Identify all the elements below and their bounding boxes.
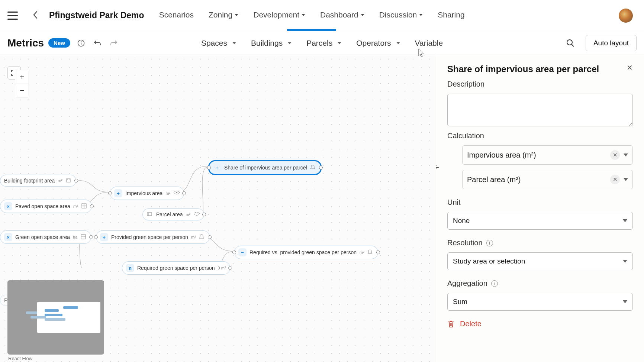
delete-button[interactable]: Delete	[447, 320, 633, 328]
zoom-in-button[interactable]: +	[15, 70, 29, 84]
resolution-select[interactable]: Study area or selection	[447, 252, 633, 270]
node-label: Building footprint area	[4, 178, 55, 184]
tool-variable-label: Variable	[415, 39, 443, 48]
caret-down-icon	[302, 14, 305, 16]
resolution-label-text: Resolution	[447, 239, 483, 247]
node-label: Impervious area	[125, 190, 162, 196]
nav-discussion[interactable]: Discussion	[379, 10, 423, 21]
tool-operators[interactable]: Operators	[356, 39, 400, 48]
parcel-icon	[146, 211, 153, 218]
node-unit: 9 m²	[218, 266, 226, 270]
react-flow-attribution: React Flow	[8, 356, 32, 361]
nav-sharing-label: Sharing	[438, 10, 464, 19]
aggregation-value: Sum	[453, 298, 467, 306]
calc-operand-a[interactable]: Impervious area (m²) ✕	[462, 145, 633, 165]
grid-icon	[81, 203, 88, 210]
info-icon[interactable]: i	[491, 280, 498, 287]
node-impervious-area[interactable]: + Impervious area m²	[110, 187, 184, 200]
node-paved-open-space[interactable]: × Paved open space area m²	[0, 200, 92, 213]
tool-variable[interactable]: Variable	[415, 39, 443, 48]
tool-parcels[interactable]: Parcels	[306, 39, 341, 48]
chevron-down-icon	[396, 42, 400, 44]
op-icon: ÷	[213, 164, 221, 172]
chevron-down-icon	[623, 219, 627, 222]
nav-scenarios[interactable]: Scenarios	[159, 10, 194, 21]
op-icon: +	[114, 189, 122, 197]
chevron-down-icon[interactable]	[624, 153, 628, 156]
building-icon	[65, 177, 72, 184]
remove-operand-button[interactable]: ✕	[610, 150, 620, 160]
node-label: Share of impervious area per parcel	[224, 165, 307, 171]
node-label: Required green space per person	[137, 265, 215, 271]
info-icon[interactable]: i	[486, 240, 493, 246]
remove-operand-button[interactable]: ✕	[610, 175, 620, 184]
node-green-open-space[interactable]: × Green open space area ha	[0, 230, 91, 244]
new-badge: New	[48, 38, 70, 48]
svg-rect-12	[147, 213, 152, 216]
node-unit: m²	[186, 212, 191, 217]
description-input[interactable]	[447, 94, 633, 126]
svg-rect-6	[67, 180, 68, 180]
unit-select[interactable]: None	[447, 212, 633, 230]
panel-title: Share of impervious area per parcel	[447, 63, 599, 75]
svg-rect-7	[69, 180, 70, 180]
hamburger-menu-icon[interactable]	[7, 12, 18, 20]
nav-sharing[interactable]: Sharing	[438, 10, 464, 21]
delete-label: Delete	[460, 320, 482, 328]
trash-icon	[447, 320, 455, 328]
tool-buildings-label: Buildings	[251, 39, 283, 48]
grid-icon	[80, 234, 87, 240]
chevron-down-icon	[623, 300, 627, 303]
user-avatar[interactable]	[619, 9, 633, 23]
tool-spaces-label: Spaces	[201, 39, 227, 48]
node-parcel-area[interactable]: Parcel area m²	[142, 209, 204, 220]
caret-down-icon	[235, 14, 238, 16]
node-provided-green[interactable]: ÷ Provided green space per person m²	[96, 230, 210, 244]
eye-off-icon	[193, 211, 200, 218]
svg-point-3	[567, 40, 572, 45]
op-icon: ÷	[100, 233, 108, 241]
unit-value: None	[453, 217, 470, 225]
auto-layout-button[interactable]: Auto layout	[586, 35, 637, 51]
node-unit: m²	[73, 204, 78, 209]
svg-rect-5	[67, 179, 70, 182]
undo-button[interactable]	[93, 39, 102, 47]
minimap[interactable]	[7, 280, 104, 355]
node-label: P	[4, 297, 7, 303]
node-req-vs-prov[interactable]: − Required vs. provided green space per …	[234, 246, 378, 259]
caret-down-icon	[419, 14, 423, 16]
aggregation-select[interactable]: Sum	[447, 293, 633, 311]
search-icon[interactable]	[566, 39, 574, 47]
bell-icon	[367, 249, 374, 256]
info-icon[interactable]	[77, 39, 85, 47]
nav-development[interactable]: Development	[253, 10, 305, 21]
chevron-down-icon	[338, 42, 341, 44]
calculation-label: Calculation	[447, 132, 633, 140]
chevron-down-icon[interactable]	[624, 178, 628, 181]
redo-button[interactable]	[110, 39, 118, 47]
zoom-out-button[interactable]: −	[15, 84, 29, 97]
aggregation-label: Aggregation i	[447, 279, 633, 288]
node-required-green[interactable]: n Required green space per person 9 m²	[122, 261, 230, 275]
tool-buildings[interactable]: Buildings	[251, 39, 292, 48]
node-unit: m²	[191, 235, 196, 239]
node-unit: ha	[73, 235, 77, 239]
nav-scenarios-label: Scenarios	[159, 10, 194, 19]
node-unit: m²	[58, 178, 62, 183]
tool-spaces[interactable]: Spaces	[201, 39, 236, 48]
close-panel-button[interactable]: ✕	[627, 63, 633, 72]
node-building-footprint[interactable]: Building footprint area m²	[0, 175, 76, 187]
node-unit: m²	[165, 191, 170, 195]
op-icon: n	[126, 264, 134, 272]
op-icon: ×	[4, 202, 12, 210]
page-title: Metrics	[7, 37, 44, 49]
op-icon: −	[238, 248, 247, 256]
nav-zoning[interactable]: Zoning	[209, 10, 238, 21]
node-label: Parcel area	[156, 211, 183, 217]
node-share-impervious[interactable]: ÷ Share of impervious area per parcel	[208, 160, 322, 175]
calc-operand-b[interactable]: Parcel area (m²) ✕	[462, 170, 633, 189]
back-button[interactable]	[33, 11, 38, 20]
nav-dashboard-label: Dashboard	[320, 10, 358, 19]
node-unit: m²	[360, 250, 364, 255]
nav-dashboard[interactable]: Dashboard	[320, 10, 364, 21]
